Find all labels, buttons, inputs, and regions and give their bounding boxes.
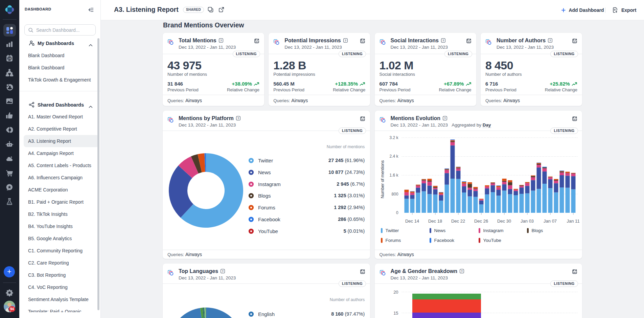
svg-text:?: ? xyxy=(344,39,346,42)
svg-text:?: ? xyxy=(442,39,444,42)
svg-text:?: ? xyxy=(220,39,222,42)
svg-text:28: 28 xyxy=(8,57,11,60)
svg-text:?: ? xyxy=(549,39,551,42)
